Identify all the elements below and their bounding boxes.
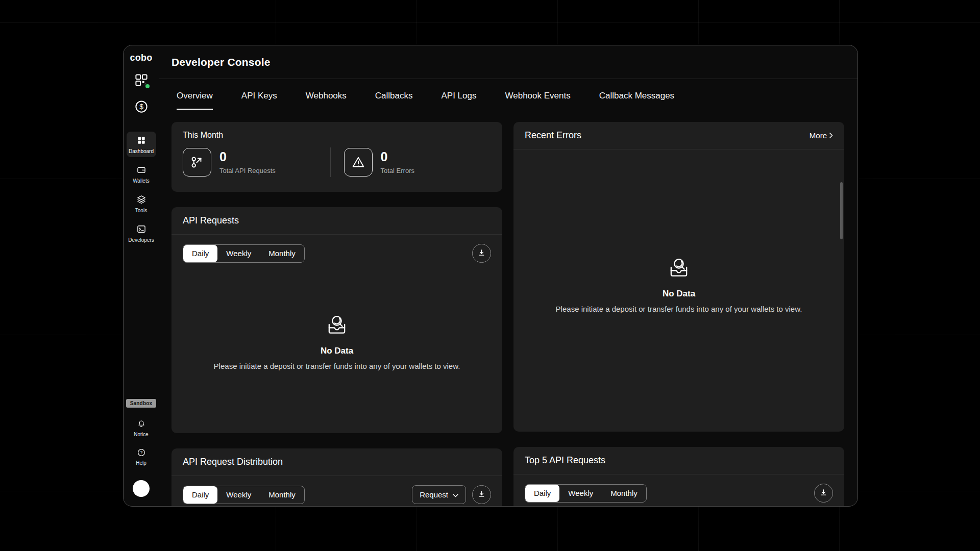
right-column: Recent Errors More [513,122,844,506]
download-button[interactable] [814,484,833,503]
stat-text: 0 Total Errors [381,151,414,174]
content: This Month [159,110,857,506]
sandbox-badge: Sandbox [126,399,157,408]
period-daily-button[interactable]: Daily [525,485,559,502]
terminal-icon [136,224,146,235]
scrollbar-thumb[interactable] [840,182,843,239]
wallet-icon [136,165,146,176]
download-button[interactable] [472,485,491,504]
app-switcher-button[interactable] [131,70,152,91]
card-header: Top 5 API Requests [513,447,844,474]
app-window: cobo $ [123,45,858,507]
api-request-distribution-card: API Request Distribution Daily Weekly Mo… [172,448,502,506]
empty-state-title: No Data [663,289,695,299]
svg-text:$: $ [139,103,143,111]
period-monthly-button[interactable]: Monthly [260,486,304,504]
distribution-toolbar: Daily Weekly Monthly Request [172,476,502,504]
status-dot [145,84,150,88]
exchange-button[interactable]: $ [131,97,152,117]
stat-text: 0 Total API Requests [219,151,276,174]
stat-total-api-requests: 0 Total API Requests [183,148,330,177]
empty-state: No Data Please initiate a deposit or tra… [513,149,844,432]
card-header: API Request Distribution [172,448,502,476]
sidebar-item-tools[interactable]: Tools [127,191,156,216]
avatar[interactable] [133,480,150,497]
sidebar-item-label: Wallets [133,178,149,184]
main-area: Developer Console Overview API Keys Webh… [159,45,857,506]
api-flow-icon [183,148,211,177]
more-link[interactable]: More [810,131,833,140]
tab-api-logs[interactable]: API Logs [442,79,477,110]
tab-bar: Overview API Keys Webhooks Callbacks API… [159,79,857,110]
stat-label: Total API Requests [219,167,276,174]
left-column: This Month [172,122,502,506]
this-month-card: This Month [172,122,502,192]
stat-divider [330,147,331,177]
empty-state-title: No Data [321,346,353,356]
warning-triangle-icon [344,148,373,177]
sidebar-item-developers[interactable]: Developers [127,220,156,246]
period-weekly-button[interactable]: Weekly [217,486,260,504]
card-title: API Request Distribution [183,457,283,467]
no-data-search-icon [666,256,692,282]
sidebar-item-label: Dashboard [129,148,154,154]
sidebar-nav: Dashboard Wallets [127,132,156,250]
download-button[interactable] [472,244,491,263]
period-monthly-button[interactable]: Monthly [602,485,646,502]
card-title: Top 5 API Requests [525,455,605,466]
no-data-search-icon [324,313,350,339]
sidebar-item-label: Help [136,460,146,466]
empty-state-message: Please initiate a deposit or transfer fu… [556,305,802,313]
sidebar-item-label: Notice [134,432,148,437]
sidebar-item-notice[interactable]: Notice [127,416,156,440]
api-requests-card: API Requests Daily Weekly Monthly [172,207,502,433]
period-weekly-button[interactable]: Weekly [559,485,602,502]
sidebar-item-label: Tools [135,208,147,213]
api-requests-toolbar: Daily Weekly Monthly [172,235,502,263]
tab-callbacks[interactable]: Callbacks [375,79,413,110]
more-label: More [810,131,827,140]
download-icon [819,488,828,498]
period-daily-button[interactable]: Daily [183,245,217,262]
this-month-stats: 0 Total API Requests [183,147,491,177]
empty-state: No Data Please initiate a deposit or tra… [172,263,502,433]
period-segmented-control: Daily Weekly Monthly [183,244,305,263]
tab-webhooks[interactable]: Webhooks [306,79,347,110]
top5-toolbar: Daily Weekly Monthly [513,474,844,503]
sidebar-item-label: Developers [128,237,154,243]
period-monthly-button[interactable]: Monthly [260,245,304,262]
cobo-logo: cobo [130,53,152,63]
tab-callback-messages[interactable]: Callback Messages [599,79,674,110]
app-header: Developer Console [159,45,857,79]
period-weekly-button[interactable]: Weekly [217,245,260,262]
stat-value: 0 [219,151,276,163]
sidebar-item-help[interactable]: ? Help [127,444,156,469]
tab-api-keys[interactable]: API Keys [241,79,277,110]
empty-state-message: Please initiate a deposit or transfer fu… [214,362,460,370]
recent-errors-card: Recent Errors More [513,122,844,432]
request-filter-dropdown[interactable]: Request [412,485,466,504]
stat-value: 0 [381,151,414,163]
dropdown-label: Request [420,490,448,499]
tab-overview[interactable]: Overview [177,79,213,110]
card-header: Recent Errors More [513,122,844,149]
dollar-circle-icon: $ [134,99,149,116]
question-circle-icon: ? [137,448,146,458]
layers-icon [136,194,146,206]
card-title: Recent Errors [525,130,581,141]
card-header: API Requests [172,207,502,235]
page-title: Developer Console [172,56,271,68]
sidebar-item-dashboard[interactable]: Dashboard [127,132,156,157]
svg-text:?: ? [140,450,142,455]
period-segmented-control: Daily Weekly Monthly [183,486,305,504]
sidebar-item-wallets[interactable]: Wallets [127,161,156,187]
tab-webhook-events[interactable]: Webhook Events [505,79,571,110]
stat-label: Total Errors [381,167,414,174]
card-title: API Requests [183,215,239,226]
dashboard-icon [136,135,146,146]
download-icon [477,490,486,500]
period-daily-button[interactable]: Daily [183,486,217,504]
download-icon [477,248,486,259]
bell-icon [137,419,146,430]
sidebar: cobo $ [124,45,159,506]
